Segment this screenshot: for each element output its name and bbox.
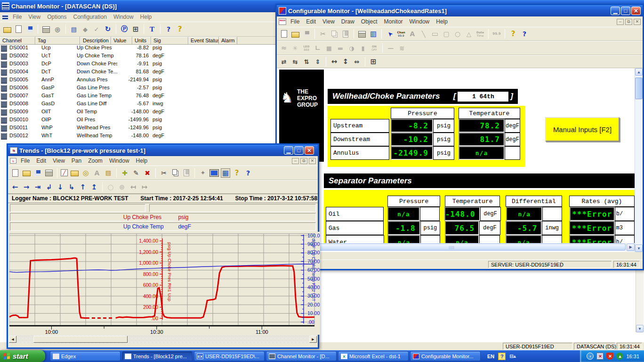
mdi-close-icon[interactable]: ✕	[309, 158, 316, 164]
paste-icon[interactable]	[182, 168, 191, 178]
save-icon[interactable]	[25, 24, 34, 34]
mon-document-icon[interactable]: mon	[279, 18, 286, 25]
rounded-rectangle-icon[interactable]	[442, 29, 451, 39]
start-button[interactable]: start	[0, 350, 45, 362]
step-forward-icon[interactable]	[140, 182, 149, 192]
close-button[interactable]: ✕	[631, 7, 641, 15]
scroll-down-icon[interactable]: ▼	[635, 244, 643, 252]
copy-icon[interactable]	[330, 29, 339, 39]
legend-series-2[interactable]: Up Choke Temp degF	[10, 222, 316, 231]
scrollbar-thumb[interactable]	[33, 336, 128, 343]
minimize-button[interactable]: ▁	[611, 7, 620, 15]
data-table-icon[interactable]	[221, 168, 230, 178]
align-2-icon[interactable]	[290, 57, 300, 66]
column-header[interactable]: Channel	[0, 37, 35, 44]
scroll-right-icon[interactable]: ▶	[627, 244, 635, 251]
taskbar-button[interactable]: Channel Monitor - [D...	[266, 351, 337, 361]
pan-left-icon[interactable]	[10, 182, 20, 192]
vertical-scrollbar[interactable]: ▼	[636, 266, 644, 332]
zoom-icon[interactable]	[106, 182, 115, 192]
zoom-in-icon[interactable]	[117, 182, 127, 192]
manual-inputs-button[interactable]: Manual Inputs [F2]	[545, 117, 620, 142]
trends-titlebar[interactable]: ≈ Trends - [Block12 pre-work pressure te…	[8, 145, 318, 156]
grid-icon[interactable]	[369, 57, 378, 66]
menu-item[interactable]: View	[319, 17, 338, 26]
column-header[interactable]: Event Status	[188, 37, 219, 44]
maximize-button[interactable]: □	[621, 7, 630, 15]
open-folder2-icon[interactable]	[70, 168, 79, 178]
diamond-icon[interactable]	[80, 24, 90, 34]
menu-item[interactable]: Zoom	[85, 157, 106, 165]
menu-item[interactable]: Options	[44, 13, 70, 21]
align-3-icon[interactable]	[302, 57, 311, 66]
scroll-up-icon[interactable]: ▲	[635, 68, 643, 76]
scrollbar-thumb[interactable]	[635, 78, 643, 99]
line-icon[interactable]	[419, 29, 428, 39]
print-icon[interactable]	[41, 24, 51, 34]
legend-series-1[interactable]: Up Choke Pres psig	[10, 213, 316, 221]
print-icon[interactable]	[44, 168, 54, 178]
mdi-minimize-icon[interactable]: –	[292, 158, 299, 164]
help-pointer-icon[interactable]	[243, 168, 253, 178]
trend-plot[interactable]: 1,400.001,200.001,000.00800.00600.00400.…	[9, 232, 320, 335]
column-header[interactable]: Description	[80, 37, 111, 44]
scroll-down-icon[interactable]: ▼	[636, 325, 644, 332]
bar-icon[interactable]	[336, 43, 345, 53]
paste-icon[interactable]	[341, 29, 350, 39]
column-header[interactable]: Units	[132, 37, 151, 44]
new-document-icon[interactable]	[14, 24, 23, 34]
date-time-icon[interactable]	[475, 29, 485, 39]
column-header[interactable]: Value	[111, 37, 132, 44]
help-icon[interactable]: ?	[498, 353, 506, 360]
menu-item[interactable]: View	[49, 157, 68, 165]
column-header[interactable]: Sig	[151, 37, 188, 44]
meter-icon[interactable]	[358, 43, 368, 53]
menu-item[interactable]: File	[287, 17, 303, 26]
expand-icon[interactable]: ⊟▴	[509, 354, 515, 359]
save-icon[interactable]	[33, 168, 42, 178]
cut-icon[interactable]	[318, 29, 328, 39]
open-folder-icon[interactable]	[2, 24, 12, 34]
check-icon[interactable]	[92, 24, 101, 34]
copy-icon[interactable]	[170, 168, 180, 178]
filled-box-icon[interactable]	[324, 43, 334, 53]
open-folder-icon[interactable]	[22, 168, 31, 178]
close-button[interactable]: ✕	[305, 146, 314, 155]
help-icon[interactable]	[508, 29, 518, 39]
onoff-icon[interactable]	[370, 43, 379, 53]
trend-chart[interactable]: 1,400.001,200.001,000.00800.00600.00400.…	[9, 232, 320, 335]
time-scrollbar[interactable]: ◀ ▶	[9, 335, 317, 343]
scroll-left-icon[interactable]: ◀	[9, 336, 16, 343]
new-document-icon[interactable]	[10, 168, 20, 178]
menu-item[interactable]: File	[17, 157, 33, 165]
wave-icon[interactable]	[397, 43, 407, 53]
mdi-close-icon[interactable]: ✕	[634, 19, 641, 25]
plot-icon[interactable]	[279, 43, 289, 53]
report-icon[interactable]	[369, 29, 378, 39]
menu-item[interactable]: Draw	[338, 17, 358, 26]
help-pointer-icon[interactable]	[520, 29, 529, 39]
save-icon[interactable]	[302, 29, 311, 39]
security-shield-icon[interactable]: ✕	[606, 353, 613, 360]
menu-item[interactable]: Edit	[303, 17, 319, 26]
horizontal-scrollbar[interactable]: |||| ▶	[277, 243, 635, 251]
dash-icon[interactable]	[386, 43, 395, 53]
menu-item[interactable]: File	[9, 13, 25, 21]
donut-icon[interactable]	[81, 168, 90, 178]
clock[interactable]: 16:31	[626, 354, 639, 359]
legend-field-right[interactable]	[149, 204, 316, 212]
scroll-right-icon[interactable]: ▶	[309, 336, 317, 343]
menu-item[interactable]: Window	[106, 157, 133, 165]
pointer-arrow-icon[interactable]	[385, 29, 394, 39]
column-header[interactable]: Tag	[35, 37, 80, 44]
taskbar-button[interactable]: Configurable Monitor...	[410, 351, 481, 361]
pan-right-end-icon[interactable]	[33, 182, 42, 192]
legend-field-left[interactable]	[10, 204, 145, 212]
text-a-icon[interactable]	[408, 29, 417, 39]
taskbar-button[interactable]: Edgex	[50, 351, 121, 361]
mdi-restore-icon[interactable]: ⧉	[625, 19, 632, 25]
align-1-icon[interactable]	[279, 57, 289, 66]
size-both-icon[interactable]	[352, 57, 362, 66]
mdi-minimize-icon[interactable]: –	[617, 19, 624, 25]
choke-size-value[interactable]: 1 64th	[458, 92, 508, 102]
